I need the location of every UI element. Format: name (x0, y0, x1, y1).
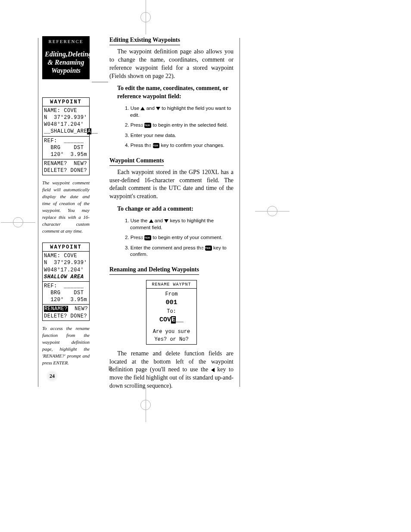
step-2-2: 2. Press ENTER to begin entry of your co… (125, 234, 234, 241)
lcd1-bottom2: DELETE? DONE? (44, 167, 88, 174)
rename-from-val: 001 (148, 298, 195, 308)
step-1-1: 1. Use and to highlight the field you wa… (125, 105, 234, 118)
lcd2-bottom2: DELETE? DONE? (44, 313, 88, 320)
lcd1-comment: __SHALLOW_AREA__ (44, 128, 88, 135)
page: REFERENCE Editing,Deleting & Renaming Wa… (42, 36, 234, 395)
lcd-screenshot-1: WAYPOINT NAME: COVE N 37°29.939' W048°17… (42, 97, 90, 176)
enter-key-icon: ENTER (144, 123, 151, 128)
rule-left (38, 38, 38, 387)
crop-mark-bottom (140, 400, 151, 410)
lead-edit-fields: To edit the name, coordinates, comment, … (117, 84, 234, 101)
main-column: Editing Existing Waypoints The waypoint … (109, 36, 234, 390)
crop-mark-right (267, 206, 277, 216)
lcd2-brg-hdr: BRG DST (44, 289, 88, 296)
lcd2-lat: N 37°29.939' (44, 259, 88, 266)
lcd2-name: NAME: COVE (44, 252, 88, 259)
para-comments: Each waypoint stored in the GPS 120XL ha… (109, 168, 234, 201)
rename-q2: Yes? or No? (148, 336, 195, 343)
lcd2-rename-highlight: RENAME? (44, 306, 68, 312)
enter-key-icon: ENTER (153, 143, 160, 148)
lead-change-comment: To change or add a comment: (117, 205, 234, 213)
para-rename-delete: The rename and delete function fields ar… (109, 350, 234, 390)
reference-label: REFERENCE (42, 36, 90, 48)
rename-cursor: E (171, 316, 176, 324)
step-1-4: 4. Press the ENTER key to confirm your c… (125, 142, 234, 149)
down-arrow-icon (156, 107, 160, 110)
lcd2-header: WAYPOINT (43, 244, 89, 252)
lcd1-bottom1: RENAME? NEW? (44, 160, 88, 167)
crop-mark-left (13, 217, 23, 227)
para-editing: The waypoint definition page also allows… (109, 48, 234, 81)
steps-comment: 1. Use the and keys to highlight the com… (117, 218, 234, 258)
lcd1-ref: REF: ______ (44, 137, 88, 144)
rename-lcd-header: RENAME WAYPNT (146, 280, 196, 289)
lcd1-lat: N 37°29.939' (44, 114, 88, 121)
rename-from-label: From (148, 290, 195, 298)
heading-comments: Waypoint Comments (109, 157, 164, 166)
left-arrow-icon (211, 368, 215, 372)
crop-mark-top (140, 12, 151, 22)
enter-key-icon: ENTER (205, 246, 212, 251)
lcd1-brg-val: 120° 3.95m (44, 151, 88, 158)
step-1-3: 3. Enter your new data. (125, 132, 234, 139)
lcd2-comment: SHALLOW AREA (44, 274, 88, 280)
step-1-2: 2. Press ENTER to begin entry in the sel… (125, 122, 234, 129)
sidebar-title-l3: Waypoints (51, 67, 81, 74)
step-2-1: 1. Use the and keys to highlight the com… (125, 218, 234, 231)
lcd1-brg-hdr: BRG DST (44, 144, 88, 151)
sidebar-title: Editing,Deleting & Renaming Waypoints (42, 48, 90, 79)
lcd1-cursor: A (87, 128, 91, 134)
rule-right (240, 38, 240, 387)
caption-1: The waypoint comment field will automati… (42, 180, 90, 235)
lcd2-brg-val: 120° 3.95m (44, 296, 88, 303)
sidebar-title-l2: & Renaming (48, 59, 84, 66)
down-arrow-icon (164, 219, 168, 223)
rename-lcd: RENAME WAYPNT From 001 To: COVE__ Are yo… (146, 280, 197, 345)
page-number: 24 (50, 373, 55, 380)
lcd-screenshot-2: WAYPOINT NAME: COVE N 37°29.939' W048°17… (42, 243, 90, 321)
heading-editing: Editing Existing Waypoints (109, 36, 180, 45)
lcd2-lon: W048°17.204' (44, 267, 88, 274)
page-number-badge: 24 (46, 370, 59, 383)
lcd1-name: NAME: COVE (44, 107, 88, 114)
sidebar: REFERENCE Editing,Deleting & Renaming Wa… (42, 36, 90, 366)
lcd1-lon: W048°17.204' (44, 121, 88, 128)
steps-edit: 1. Use and to highlight the field you wa… (117, 105, 234, 149)
step-2-3: 3. Enter the comment and press the ENTER… (125, 245, 234, 258)
sidebar-title-l1: Editing,Deleting (45, 50, 92, 58)
up-arrow-icon (140, 107, 145, 110)
lcd2-ref: REF: ______ (44, 283, 88, 289)
rename-q1: Are you sure (148, 328, 195, 336)
rename-to-val: COVE__ (148, 315, 195, 325)
enter-key-icon: ENTER (144, 235, 151, 240)
caption-2: To access the rename function from the w… (42, 325, 90, 367)
lcd2-bottom1: RENAME? NEW? (44, 305, 88, 312)
rename-to-label: To: (148, 308, 195, 315)
lcd1-header: WAYPOINT (43, 99, 89, 106)
heading-rename-delete: Renaming and Deleting Waypoints (109, 266, 199, 275)
up-arrow-icon (149, 219, 153, 223)
